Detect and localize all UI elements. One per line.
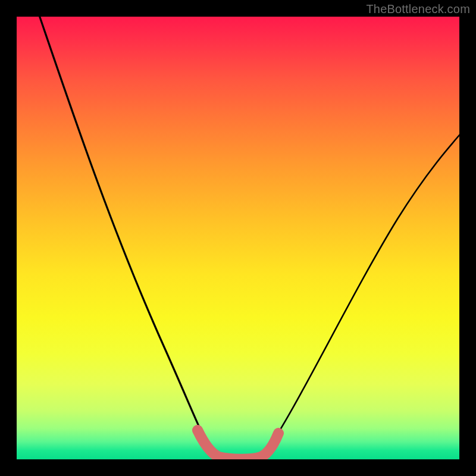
curve-right-branch	[264, 130, 459, 455]
plot-area	[17, 17, 459, 459]
valley-accent	[198, 430, 278, 459]
curves-svg	[17, 17, 459, 459]
watermark-text: TheBottleneck.com	[366, 2, 470, 16]
chart-frame: TheBottleneck.com	[0, 0, 476, 476]
curve-left-branch	[38, 17, 212, 454]
